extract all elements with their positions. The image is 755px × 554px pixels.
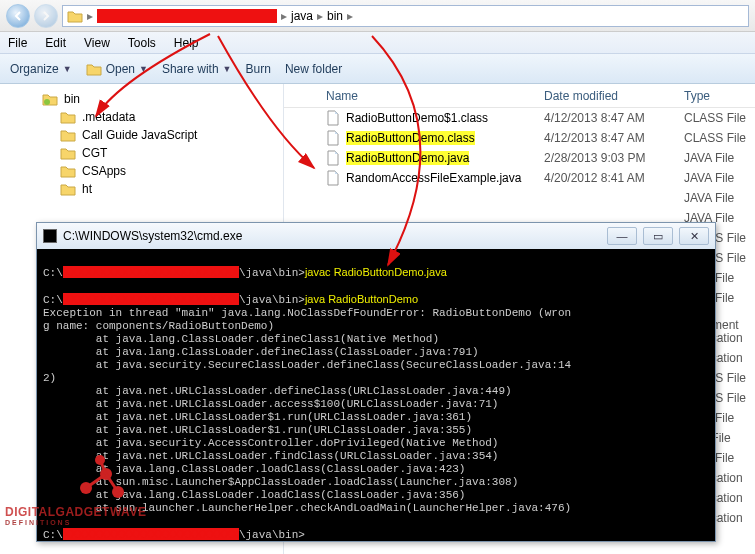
file-date: 4/20/2012 8:41 AM bbox=[544, 171, 684, 185]
file-type: JAVA File bbox=[684, 151, 755, 165]
chevron-down-icon: ▼ bbox=[223, 64, 232, 74]
toolbar: Organize▼ Open▼ Share with▼ Burn New fol… bbox=[0, 54, 755, 84]
chevron-down-icon: ▼ bbox=[63, 64, 72, 74]
breadcrumb-item[interactable]: bin bbox=[327, 9, 343, 23]
tree-item-bin[interactable]: bin bbox=[0, 90, 283, 108]
chevron-right-icon: ▸ bbox=[347, 9, 353, 23]
column-header-row: Name Date modified Type bbox=[284, 84, 755, 108]
minimize-button[interactable]: — bbox=[607, 227, 637, 245]
file-date: 4/12/2013 8:47 AM bbox=[544, 131, 684, 145]
file-row[interactable]: RadioButtonDemo$1.class4/12/2013 8:47 AM… bbox=[284, 108, 755, 128]
file-type: JAVA File bbox=[684, 191, 755, 205]
cmd-titlebar[interactable]: C:\WINDOWS\system32\cmd.exe — ▭ ✕ bbox=[37, 223, 715, 249]
share-button[interactable]: Share with▼ bbox=[162, 62, 232, 76]
folder-icon bbox=[60, 183, 76, 196]
cmd-output[interactable]: C:\XXXXXXXXXXXXXXXXXXXXXXXX\java\bin>jav… bbox=[37, 249, 715, 541]
tree-item[interactable]: CSApps bbox=[0, 162, 283, 180]
file-name: RandomAccessFileExample.java bbox=[346, 171, 521, 185]
cmd-icon bbox=[43, 229, 57, 243]
file-icon bbox=[326, 110, 340, 126]
cmd-window: C:\WINDOWS\system32\cmd.exe — ▭ ✕ C:\XXX… bbox=[36, 222, 716, 542]
folder-icon bbox=[60, 111, 76, 124]
file-icon bbox=[326, 170, 340, 186]
cmd-title-text: C:\WINDOWS\system32\cmd.exe bbox=[63, 229, 242, 243]
folder-icon bbox=[42, 93, 58, 106]
tree-item-label: .metadata bbox=[82, 110, 135, 124]
folder-open-icon bbox=[86, 62, 102, 76]
forward-button[interactable] bbox=[34, 4, 58, 28]
close-button[interactable]: ✕ bbox=[679, 227, 709, 245]
tree-item-label: Call Guide JavaScript bbox=[82, 128, 197, 142]
tree-item-label: CSApps bbox=[82, 164, 126, 178]
tree-item[interactable]: Call Guide JavaScript bbox=[0, 126, 283, 144]
file-row[interactable]: RadioButtonDemo.class4/12/2013 8:47 AMCL… bbox=[284, 128, 755, 148]
folder-icon bbox=[67, 9, 83, 23]
tree-item-label: ht bbox=[82, 182, 92, 196]
tree-item-label: CGT bbox=[82, 146, 107, 160]
column-header-name[interactable]: Name bbox=[284, 89, 544, 103]
burn-button[interactable]: Burn bbox=[246, 62, 271, 76]
chevron-right-icon: ▸ bbox=[87, 9, 93, 23]
file-row[interactable]: RadioButtonDemo.java2/28/2013 9:03 PMJAV… bbox=[284, 148, 755, 168]
chevron-right-icon: ▸ bbox=[281, 9, 287, 23]
file-date: 2/28/2013 9:03 PM bbox=[544, 151, 684, 165]
chevron-down-icon: ▼ bbox=[139, 64, 148, 74]
menu-edit[interactable]: Edit bbox=[45, 36, 66, 50]
redacted-path bbox=[97, 9, 277, 23]
folder-icon bbox=[60, 129, 76, 142]
column-header-type[interactable]: Type bbox=[684, 89, 755, 103]
menu-tools[interactable]: Tools bbox=[128, 36, 156, 50]
tree-item-label: bin bbox=[64, 92, 80, 106]
back-button[interactable] bbox=[6, 4, 30, 28]
svg-point-0 bbox=[44, 99, 50, 105]
open-button[interactable]: Open▼ bbox=[86, 62, 148, 76]
maximize-button[interactable]: ▭ bbox=[643, 227, 673, 245]
tree-item[interactable]: CGT bbox=[0, 144, 283, 162]
file-name: RadioButtonDemo.class bbox=[346, 131, 475, 145]
file-type: CLASS File bbox=[684, 111, 755, 125]
tree-item[interactable]: .metadata bbox=[0, 108, 283, 126]
breadcrumb-item[interactable]: java bbox=[291, 9, 313, 23]
watermark-text: DIGITALGADGETWAVE DEFINITIONS bbox=[5, 505, 146, 526]
address-bar: ▸ ▸ java ▸ bin ▸ bbox=[0, 0, 755, 32]
svg-line-6 bbox=[106, 474, 118, 492]
file-icon bbox=[326, 130, 340, 146]
menu-file[interactable]: File bbox=[8, 36, 27, 50]
watermark-graphic bbox=[76, 454, 126, 498]
menu-help[interactable]: Help bbox=[174, 36, 199, 50]
chevron-right-icon: ▸ bbox=[317, 9, 323, 23]
file-name: RadioButtonDemo$1.class bbox=[346, 111, 488, 125]
organize-button[interactable]: Organize▼ bbox=[10, 62, 72, 76]
new-folder-button[interactable]: New folder bbox=[285, 62, 342, 76]
file-row[interactable]: JAVA File bbox=[284, 188, 755, 208]
svg-line-5 bbox=[86, 474, 106, 488]
file-date: 4/12/2013 8:47 AM bbox=[544, 111, 684, 125]
file-row[interactable]: RandomAccessFileExample.java4/20/2012 8:… bbox=[284, 168, 755, 188]
file-name: RadioButtonDemo.java bbox=[346, 151, 469, 165]
folder-icon bbox=[60, 147, 76, 160]
menu-view[interactable]: View bbox=[84, 36, 110, 50]
column-header-date[interactable]: Date modified bbox=[544, 89, 684, 103]
file-type: CLASS File bbox=[684, 131, 755, 145]
menu-bar: File Edit View Tools Help bbox=[0, 32, 755, 54]
breadcrumb[interactable]: ▸ ▸ java ▸ bin ▸ bbox=[62, 5, 749, 27]
folder-icon bbox=[60, 165, 76, 178]
file-type: JAVA File bbox=[684, 171, 755, 185]
tree-item[interactable]: ht bbox=[0, 180, 283, 198]
file-icon bbox=[326, 150, 340, 166]
